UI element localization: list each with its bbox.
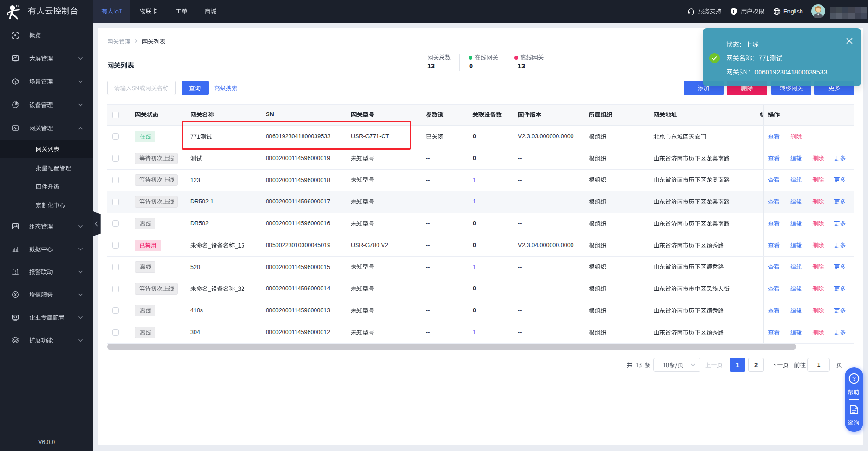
svg-text:?: ? — [852, 375, 856, 382]
